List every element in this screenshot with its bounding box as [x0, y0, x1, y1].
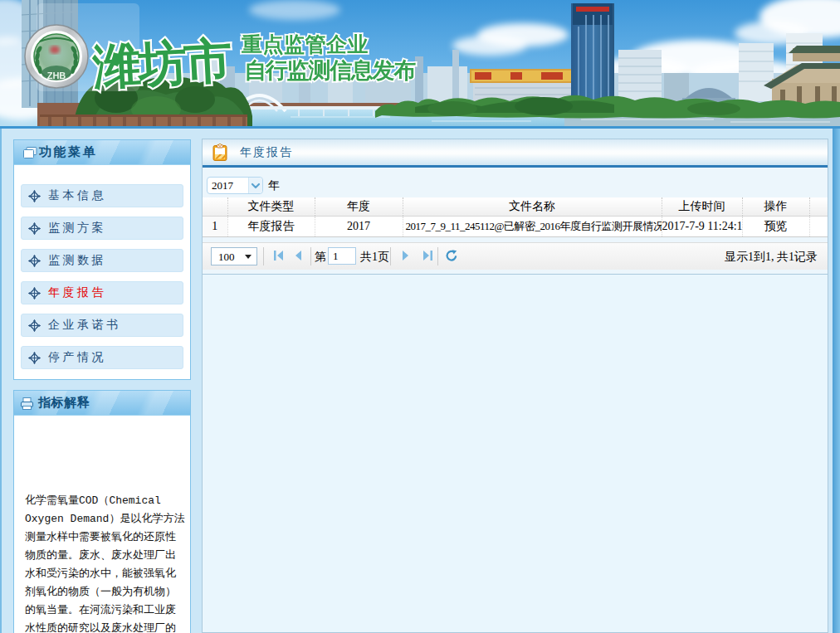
svg-text:自行监测信息发布: 自行监测信息发布	[244, 58, 417, 83]
svg-text:潍坊市: 潍坊市	[90, 32, 232, 94]
svg-text:重点监管企业: 重点监管企业	[241, 32, 369, 56]
svg-text:ZHB: ZHB	[47, 71, 66, 80]
